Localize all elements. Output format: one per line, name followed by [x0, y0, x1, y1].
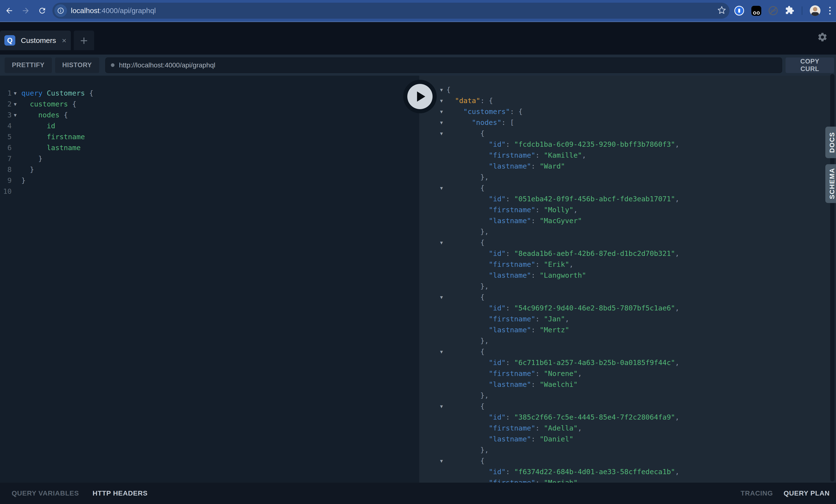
fold-arrow-icon[interactable]: ▼: [440, 106, 443, 117]
tracing-tab[interactable]: TRACING: [741, 489, 773, 497]
json-line: "firstname": "Erik",: [419, 259, 836, 270]
tab-customers[interactable]: Q Customers ×: [0, 31, 71, 50]
json-line: ▼ "data": {: [419, 95, 836, 106]
json-line: "firstname": "Norene",: [419, 368, 836, 379]
line-number: 8: [0, 164, 12, 175]
json-line: "firstname": "Adella",: [419, 423, 836, 434]
site-info-icon[interactable]: [54, 4, 67, 17]
json-line: ▼ {: [419, 237, 836, 248]
history-button[interactable]: HISTORY: [55, 57, 99, 73]
response-viewer[interactable]: ▼{▼ "data": {▼ "customers": {▼ "nodes": …: [419, 76, 836, 483]
profile-avatar[interactable]: [810, 5, 820, 16]
fold-arrow-icon[interactable]: ▼: [440, 346, 443, 357]
json-line: },: [419, 281, 836, 292]
line-number: 10: [0, 186, 12, 197]
fold-arrow-icon[interactable]: ▼: [440, 292, 443, 303]
json-line: "lastname": "Waelchi": [419, 379, 836, 390]
docs-side-tab[interactable]: DOCS: [825, 127, 836, 158]
fold-arrow-icon[interactable]: ▼: [14, 110, 17, 120]
query-plan-tab[interactable]: QUERY PLAN: [784, 489, 830, 497]
tab-title: Customers: [21, 36, 56, 45]
json-line: "id": "8eada1b6-aebf-42b6-87ed-d1bc2d70b…: [419, 248, 836, 259]
json-line: ▼ {: [419, 455, 836, 466]
json-line: },: [419, 390, 836, 401]
url-bar[interactable]: localhost:4000/api/graphql: [52, 3, 729, 19]
line-number: 4: [0, 120, 12, 132]
close-icon[interactable]: ×: [62, 37, 66, 44]
browser-chrome: localhost:4000/api/graphql CSP: [0, 0, 836, 22]
query-variables-tab[interactable]: QUERY VARIABLES: [12, 489, 79, 497]
json-line: ▼{: [419, 84, 836, 95]
json-line: },: [419, 335, 836, 346]
json-line: "firstname": "Molly",: [419, 205, 836, 215]
line-number: 1: [0, 88, 12, 99]
json-line: "firstname": "Jan",: [419, 314, 836, 325]
http-headers-tab[interactable]: HTTP HEADERS: [93, 489, 148, 497]
json-line: "id": "385c2f66-7c5e-4445-85e4-7f2c28064…: [419, 412, 836, 423]
line-number: 9: [0, 175, 12, 186]
code-line: 5 firstname: [0, 132, 419, 142]
onepassword-extension-icon[interactable]: [734, 6, 744, 16]
json-line: "id": "54c969f2-9d40-46e2-8bd5-7807bf5c1…: [419, 303, 836, 314]
json-line: ▼ {: [419, 346, 836, 357]
fold-arrow-icon[interactable]: ▼: [14, 88, 17, 99]
bookmark-star-icon[interactable]: [717, 6, 726, 16]
dark-extension-icon[interactable]: [751, 6, 761, 16]
endpoint-input[interactable]: http://localhost:4000/api/graphql: [105, 57, 782, 73]
extensions-puzzle-icon[interactable]: [785, 5, 794, 16]
json-line: },: [419, 445, 836, 455]
endpoint-url: http://localhost:4000/api/graphql: [119, 61, 215, 69]
json-line: ▼ {: [419, 128, 836, 139]
prettify-button[interactable]: PRETTIFY: [5, 57, 52, 73]
url-path: :4000/api/graphql: [99, 6, 156, 15]
play-icon: [417, 92, 425, 102]
query-badge: Q: [4, 35, 15, 45]
line-number: 2: [0, 99, 12, 110]
new-tab-button[interactable]: +: [74, 31, 94, 50]
endpoint-status-dot: [111, 63, 114, 67]
code-line: 3▼ nodes {: [0, 110, 419, 120]
json-line: ▼ {: [419, 182, 836, 194]
fold-arrow-icon[interactable]: ▼: [440, 117, 443, 128]
back-icon[interactable]: [5, 6, 14, 15]
settings-gear-icon[interactable]: [817, 32, 828, 43]
query-editor[interactable]: 1▼query Customers {2▼ customers {3▼ node…: [0, 76, 419, 483]
line-number: 6: [0, 142, 12, 153]
reload-icon[interactable]: [38, 6, 46, 15]
json-line: "firstname": "Kamille",: [419, 150, 836, 161]
fold-arrow-icon[interactable]: ▼: [440, 401, 443, 412]
json-line: "lastname": "Mertz": [419, 325, 836, 335]
fold-arrow-icon[interactable]: ▼: [440, 182, 443, 194]
disable-csp-extension-icon[interactable]: CSP: [768, 6, 778, 15]
json-line: "lastname": "Daniel": [419, 434, 836, 445]
code-line: 1▼query Customers {: [0, 88, 419, 99]
bottom-bar: QUERY VARIABLES HTTP HEADERS TRACING QUE…: [0, 483, 836, 504]
fold-arrow-icon[interactable]: ▼: [14, 99, 17, 110]
fold-arrow-icon[interactable]: ▼: [440, 237, 443, 248]
forward-icon[interactable]: [21, 6, 30, 15]
json-line: "id": "051eba42-0f9f-456b-abcf-fde3eab17…: [419, 194, 836, 205]
json-line: "id": "6c711b61-a257-4a63-b25b-0a0185f9f…: [419, 357, 836, 368]
line-number: 7: [0, 153, 12, 164]
json-line: },: [419, 172, 836, 182]
execute-query-button[interactable]: [403, 80, 437, 113]
json-line: ▼ {: [419, 292, 836, 303]
json-line: "firstname": "Moriah": [419, 477, 836, 483]
fold-arrow-icon[interactable]: ▼: [440, 84, 443, 95]
url-host: localhost: [71, 6, 99, 15]
copy-curl-button[interactable]: COPY CURL: [785, 57, 834, 73]
json-line: ▼ "customers": {: [419, 106, 836, 117]
code-line: 2▼ customers {: [0, 99, 419, 110]
schema-side-tab[interactable]: SCHEMA: [825, 164, 836, 203]
fold-arrow-icon[interactable]: ▼: [440, 95, 443, 106]
app-window: localhost:4000/api/graphql CSP Q Custome…: [0, 0, 836, 504]
code-line: 10: [0, 186, 419, 197]
fold-arrow-icon[interactable]: ▼: [440, 455, 443, 466]
browser-menu-icon[interactable]: [828, 7, 832, 15]
fold-arrow-icon[interactable]: ▼: [440, 128, 443, 139]
json-line: ▼ "nodes": [: [419, 117, 836, 128]
toolbar-separator: [801, 6, 802, 15]
code-line: 8 }: [0, 164, 419, 175]
code-line: 7 }: [0, 153, 419, 164]
code-line: 9}: [0, 175, 419, 186]
